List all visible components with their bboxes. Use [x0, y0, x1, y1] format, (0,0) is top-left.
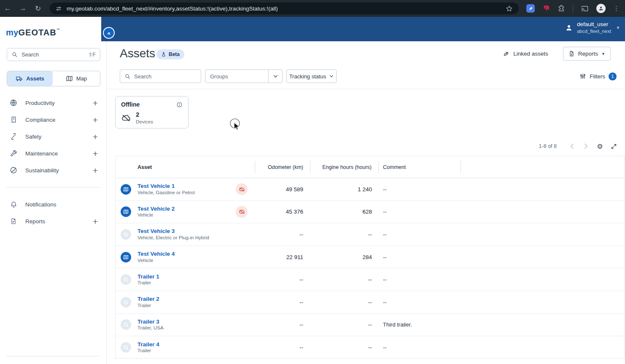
column-header-comment[interactable]: Comment: [378, 156, 461, 178]
database-name: abcd_fleet_next: [577, 28, 611, 35]
sidebar-divider: [6, 187, 100, 187]
table-row[interactable]: Trailer 4 Trailer -- -- --: [116, 336, 624, 359]
vehicle-map-icon: [121, 252, 131, 262]
column-header-odometer[interactable]: Odometer (km): [255, 156, 310, 178]
sidebar-item-clipped[interactable]: ⚙ +: [0, 361, 106, 364]
table-row[interactable]: Test Vehicle 2 Vehicle 45 376 628 --: [116, 201, 624, 224]
sidebar-secondary-nav: Notifications + Reports +: [0, 196, 106, 230]
link-icon: [503, 51, 509, 57]
table-row[interactable]: Trailer 3 Trailer, USA -- -- Third trail…: [116, 314, 624, 337]
filters-button[interactable]: Filters 1: [579, 70, 617, 83]
asset-search-input[interactable]: Search: [120, 70, 201, 83]
asset-name-link[interactable]: Test Vehicle 1: [137, 183, 195, 189]
fullscreen-expand-icon[interactable]: [607, 141, 621, 152]
extension-notes-icon[interactable]: [526, 4, 535, 13]
site-settings-icon[interactable]: [56, 5, 62, 12]
engine-hours-cell: --: [310, 321, 378, 328]
groups-chevron-button[interactable]: [268, 70, 282, 83]
previous-page-button[interactable]: [565, 141, 579, 152]
next-page-button[interactable]: [579, 141, 593, 152]
asset-type-label: Vehicle, Gasoline or Petrol: [137, 190, 195, 195]
pagination-bar: 1-8 of 8 ⚙: [539, 141, 621, 152]
info-icon[interactable]: [176, 102, 183, 108]
table-row[interactable]: Test Vehicle 3 Vehicle, Electric or Plug…: [116, 223, 624, 246]
reports-dropdown-button[interactable]: Reports ▼: [563, 47, 611, 61]
column-header-asset[interactable]: Asset: [116, 156, 255, 178]
search-icon: [124, 73, 131, 80]
asset-name-link[interactable]: Trailer 2: [137, 296, 159, 302]
table-settings-gear-icon[interactable]: ⚙: [593, 141, 607, 152]
browser-profile-avatar[interactable]: [596, 4, 606, 13]
cast-icon[interactable]: [581, 5, 589, 13]
sidebar-item-safety[interactable]: Safety +: [0, 128, 106, 145]
table-row[interactable]: Test Vehicle 1 Vehicle, Gasoline or Petr…: [116, 178, 624, 201]
sidebar-item-maintenance[interactable]: Maintenance +: [0, 145, 106, 162]
comment-cell: --: [378, 344, 461, 351]
expand-plus-icon[interactable]: +: [93, 99, 98, 107]
odometer-cell: --: [255, 276, 310, 283]
column-header-engine-hours[interactable]: Engine hours (hours): [310, 156, 378, 178]
filters-label: Filters: [590, 73, 605, 80]
table-row[interactable]: Trailer 2 Trailer -- -- --: [116, 291, 624, 314]
chain-icon: [9, 133, 18, 140]
asset-name-link[interactable]: Test Vehicle 4: [137, 251, 175, 257]
expand-plus-icon[interactable]: +: [93, 115, 98, 124]
groups-filter[interactable]: Groups: [205, 70, 283, 83]
table-row[interactable]: Test Vehicle 4 Vehicle 22 911 284 --: [116, 246, 624, 269]
expand-plus-icon[interactable]: +: [93, 149, 98, 158]
beta-badge: Beta: [156, 49, 184, 59]
expand-plus-icon[interactable]: +: [93, 217, 98, 226]
offline-badge-icon: [236, 206, 248, 218]
browser-reload-button[interactable]: ↻: [30, 0, 46, 17]
beta-label: Beta: [169, 51, 180, 57]
vehicle-map-icon: [121, 184, 131, 195]
sidebar-item-notifications[interactable]: Notifications +: [0, 196, 106, 213]
view-toggle: Assets Map: [7, 71, 100, 86]
tab-assets[interactable]: Assets: [7, 71, 53, 86]
asset-type-label: Vehicle: [137, 213, 175, 218]
table-row[interactable]: Trailer 1 Trailer -- -- --: [116, 268, 624, 291]
asset-name-link[interactable]: Trailer 3: [137, 319, 164, 325]
user-menu[interactable]: default_user abcd_fleet_next ▼: [565, 21, 620, 35]
expand-plus-icon[interactable]: +: [93, 166, 98, 175]
browser-forward-button[interactable]: →: [15, 0, 30, 17]
document-icon: [9, 217, 18, 225]
asset-search-placeholder: Search: [134, 73, 151, 80]
sidebar-item-productivity[interactable]: Productivity +: [0, 94, 106, 111]
sidebar-search-input[interactable]: Search ⇧F: [7, 48, 100, 61]
groups-placeholder: Groups: [205, 70, 268, 83]
expand-plus-icon[interactable]: +: [93, 132, 98, 141]
browser-back-button[interactable]: ←: [0, 0, 15, 17]
comment-cell: --: [378, 254, 461, 260]
sidebar-search-placeholder: Search: [22, 51, 88, 58]
asset-type-label: Vehicle: [137, 258, 175, 263]
sidebar-item-reports[interactable]: Reports +: [0, 213, 106, 230]
filters-sliders-icon: [579, 73, 586, 80]
extensions-puzzle-icon[interactable]: [558, 5, 565, 12]
chevron-down-icon: [329, 75, 334, 78]
page-title: Assets: [120, 47, 155, 60]
offline-summary-card[interactable]: Offline 2 Devices: [115, 96, 189, 128]
asset-type-label: Vehicle, Electric or Plug-in Hybrid: [137, 236, 209, 241]
user-name: default_user: [577, 21, 611, 28]
url-text[interactable]: my.geotab.com/abcd_fleet_next/#inventory…: [67, 5, 278, 12]
sidebar-item-compliance[interactable]: Compliance +: [0, 111, 106, 128]
tab-map[interactable]: Map: [53, 71, 100, 86]
sidebar-collapse-button[interactable]: «: [103, 27, 115, 39]
no-device-icon: [121, 229, 131, 240]
asset-name-link[interactable]: Test Vehicle 3: [137, 228, 209, 234]
asset-name-link[interactable]: Test Vehicle 2: [137, 206, 175, 212]
tracking-status-filter[interactable]: Tracking status: [286, 70, 337, 83]
app-header: default_user abcd_fleet_next ▼: [101, 17, 625, 41]
address-bar[interactable]: my.geotab.com/abcd_fleet_next/#inventory…: [50, 3, 519, 14]
browser-menu-icon[interactable]: ⋮: [613, 5, 620, 12]
asset-name-link[interactable]: Trailer 1: [137, 274, 159, 280]
asset-name-link[interactable]: Trailer 4: [137, 342, 159, 348]
extension-red-icon[interactable]: [542, 5, 550, 12]
sidebar-item-label: Safety: [25, 134, 41, 140]
sidebar-item-sustainability[interactable]: Sustainability +: [0, 162, 106, 179]
linked-assets-button[interactable]: Linked assets: [503, 51, 548, 57]
offline-card-title: Offline: [121, 101, 140, 108]
bookmark-star-icon[interactable]: [506, 5, 513, 12]
asset-type-label: Trailer, USA: [137, 326, 164, 331]
